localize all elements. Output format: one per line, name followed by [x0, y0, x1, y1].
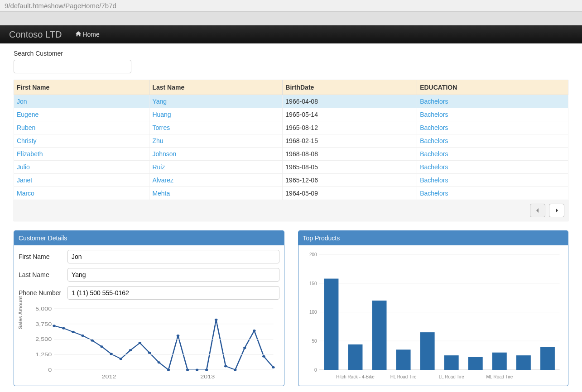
cell-link[interactable]: Bachelors: [420, 137, 448, 144]
cell-link[interactable]: Bachelors: [420, 177, 448, 184]
top-products-panel: Top Products 050100150200Hitch Rack - 4-…: [298, 230, 569, 386]
cell-text: 1968-02-15: [283, 134, 417, 148]
cell-link[interactable]: Eugene: [17, 111, 38, 118]
first-name-label: First Name: [19, 253, 64, 260]
svg-point-14: [72, 331, 75, 333]
table-row[interactable]: JanetAlvarez1965-12-06Bachelors: [14, 174, 568, 187]
cell-link[interactable]: Marco: [17, 190, 34, 197]
cell-text: 1965-12-06: [283, 174, 417, 187]
cell-link[interactable]: Huang: [152, 111, 171, 118]
svg-point-20: [129, 349, 132, 351]
cell-link[interactable]: Ruiz: [152, 163, 165, 171]
customer-details-panel: Customer Details First Name Last Name Ph…: [14, 230, 284, 386]
svg-rect-53: [468, 357, 482, 370]
cell-link[interactable]: Bachelors: [420, 163, 448, 171]
cell-text: 1965-08-12: [283, 121, 417, 134]
svg-text:2,500: 2,500: [35, 336, 52, 342]
chevron-left-icon: [535, 208, 540, 213]
phone-input[interactable]: [67, 286, 279, 300]
pager-next-button[interactable]: [549, 204, 564, 217]
column-header[interactable]: Last Name: [149, 80, 283, 95]
cell-text: 1966-04-08: [283, 95, 417, 108]
svg-text:LL Road Tire: LL Road Tire: [438, 374, 464, 380]
table-row[interactable]: EugeneHuang1965-05-14Bachelors: [14, 108, 568, 121]
cell-link[interactable]: Yang: [152, 98, 167, 105]
svg-text:ML Road Tire: ML Road Tire: [486, 374, 513, 380]
svg-point-17: [100, 345, 103, 348]
customer-details-header: Customer Details: [14, 231, 284, 245]
cell-link[interactable]: Christy: [17, 137, 37, 144]
svg-text:200: 200: [309, 252, 317, 258]
svg-text:HL Road Tire: HL Road Tire: [390, 374, 416, 380]
customer-table: First NameLast NameBirthDateEDUCATION Jo…: [14, 80, 568, 200]
top-products-bar-chart: 050100150200Hitch Rack - 4-BikeHL Road T…: [303, 250, 564, 381]
cell-link[interactable]: Johnson: [152, 150, 176, 158]
svg-text:50: 50: [312, 339, 317, 344]
svg-point-29: [215, 319, 218, 321]
svg-point-33: [253, 330, 256, 332]
svg-point-13: [62, 327, 65, 330]
svg-point-34: [262, 355, 265, 358]
sales-line-chart: Sales Amount 01,2502,5003,7505,000201220…: [19, 304, 279, 381]
cell-link[interactable]: Mehta: [152, 190, 170, 197]
cell-text: 1965-08-05: [283, 161, 417, 174]
svg-text:3,750: 3,750: [35, 321, 52, 327]
svg-point-27: [196, 369, 199, 371]
cell-link[interactable]: Zhu: [152, 137, 163, 144]
svg-rect-50: [396, 349, 410, 370]
chevron-right-icon: [554, 208, 559, 213]
cell-link[interactable]: Julio: [17, 163, 30, 171]
cell-link[interactable]: Bachelors: [420, 190, 448, 197]
cell-link[interactable]: Bachelors: [420, 98, 448, 105]
svg-rect-56: [540, 347, 555, 370]
cell-link[interactable]: Alvarez: [152, 177, 173, 184]
cell-link[interactable]: Bachelors: [420, 111, 448, 118]
svg-text:Hitch Rack - 4-Bike: Hitch Rack - 4-Bike: [336, 374, 375, 380]
cell-link[interactable]: Jon: [17, 98, 27, 105]
cell-link[interactable]: Bachelors: [420, 124, 448, 131]
address-bar[interactable]: 9/default.htm#show/PageHome/7b7d: [0, 0, 582, 12]
svg-rect-55: [516, 355, 531, 370]
svg-rect-47: [324, 279, 338, 370]
table-row[interactable]: JonYang1966-04-08Bachelors: [14, 95, 568, 108]
svg-rect-49: [372, 301, 386, 370]
cell-link[interactable]: Janet: [17, 177, 32, 184]
cell-link[interactable]: Torres: [152, 124, 170, 131]
svg-point-35: [272, 366, 275, 368]
column-header[interactable]: First Name: [14, 80, 149, 95]
search-input[interactable]: [14, 60, 131, 73]
cell-text: 1965-05-14: [283, 108, 417, 121]
svg-point-24: [167, 369, 170, 371]
svg-rect-52: [444, 355, 458, 370]
svg-rect-48: [348, 344, 362, 370]
svg-point-26: [186, 369, 189, 371]
svg-rect-51: [420, 332, 434, 370]
svg-point-23: [158, 361, 161, 363]
cell-link[interactable]: Elizabeth: [17, 150, 43, 158]
nav-home[interactable]: Home: [75, 31, 99, 38]
svg-point-31: [234, 369, 237, 371]
cell-link[interactable]: Ruben: [17, 124, 35, 131]
last-name-input[interactable]: [67, 268, 279, 282]
table-row[interactable]: RubenTorres1965-08-12Bachelors: [14, 121, 568, 134]
browser-chrome-strip: [0, 12, 582, 25]
table-row[interactable]: MarcoMehta1964-05-09Bachelors: [14, 187, 568, 200]
column-header[interactable]: EDUCATION: [417, 80, 568, 95]
column-header[interactable]: BirthDate: [283, 80, 417, 95]
table-row[interactable]: ElizabethJohnson1968-08-08Bachelors: [14, 148, 568, 161]
svg-point-30: [224, 365, 227, 367]
svg-text:100: 100: [309, 310, 317, 315]
svg-text:2012: 2012: [101, 374, 116, 380]
svg-point-25: [177, 335, 180, 337]
table-row[interactable]: ChristyZhu1968-02-15Bachelors: [14, 134, 568, 148]
svg-point-15: [81, 335, 84, 337]
cell-link[interactable]: Bachelors: [420, 150, 448, 158]
first-name-input[interactable]: [67, 250, 279, 263]
pager-prev-button[interactable]: [530, 204, 545, 217]
svg-text:2013: 2013: [200, 374, 215, 380]
cell-text: 1964-05-09: [283, 187, 417, 200]
svg-text:0: 0: [314, 368, 317, 373]
table-row[interactable]: JulioRuiz1965-08-05Bachelors: [14, 161, 568, 174]
nav-home-label: Home: [82, 31, 99, 38]
phone-label: Phone Number: [19, 289, 64, 296]
